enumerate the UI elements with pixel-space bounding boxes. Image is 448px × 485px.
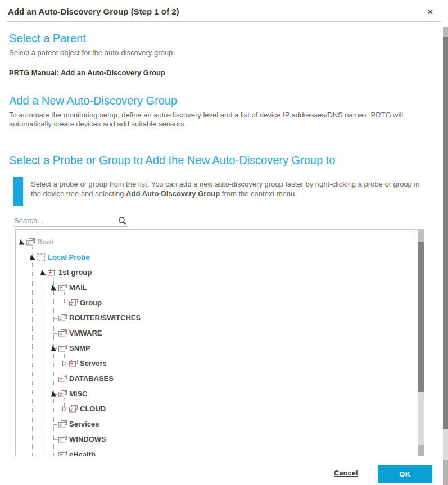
- tree-item-label[interactable]: Root: [37, 238, 54, 246]
- group-icon: [26, 238, 35, 246]
- tree-item-snmp[interactable]: SNMP: [51, 341, 90, 356]
- tree-item-1st-group[interactable]: 1st group: [40, 265, 92, 280]
- info-text-bold: Add Auto-Discovery Group: [126, 189, 220, 198]
- toggle-placeholder: [51, 451, 57, 456]
- dialog-scrollbar-track-bottom[interactable]: [443, 460, 448, 485]
- add-group-description: To automate the monitoring setup, define…: [9, 111, 428, 129]
- toggle-placeholder: [62, 300, 68, 306]
- tree-item-label[interactable]: 1st group: [58, 268, 92, 277]
- tree-item-windows[interactable]: WINDOWS: [51, 432, 106, 447]
- toggle-placeholder: [51, 421, 57, 427]
- tree-item-vmware[interactable]: VMWARE: [51, 325, 102, 341]
- toggle-placeholder: [51, 375, 57, 382]
- group-icon: [58, 390, 67, 398]
- info-accent-bar: [13, 177, 23, 206]
- group-icon: [58, 375, 67, 383]
- group-icon: [58, 329, 67, 337]
- toggle-placeholder: [51, 330, 57, 336]
- group-icon: [58, 345, 67, 352]
- info-text-suffix: from the context menu.: [220, 189, 297, 198]
- header-divider: [7, 21, 441, 22]
- cancel-button[interactable]: Cancel: [334, 469, 358, 477]
- tree-item-label[interactable]: WINDOWS: [69, 435, 106, 443]
- tree-item-label[interactable]: Services: [69, 420, 99, 428]
- close-icon[interactable]: ✕: [423, 5, 437, 19]
- dialog-scrollbar-track-top[interactable]: [443, 27, 448, 37]
- expand-toggle-icon[interactable]: [62, 360, 68, 366]
- tree-item-mail[interactable]: MAIL: [51, 280, 87, 295]
- search-icon[interactable]: [118, 216, 127, 228]
- tree-item-label[interactable]: SNMP: [69, 344, 90, 352]
- expand-toggle-icon[interactable]: [62, 406, 68, 412]
- collapse-toggle-icon[interactable]: [51, 345, 57, 351]
- group-icon: [48, 269, 57, 277]
- select-parent-heading: Select a Parent: [9, 32, 86, 45]
- collapse-toggle-icon[interactable]: [30, 254, 36, 260]
- search-input[interactable]: [14, 216, 110, 225]
- tree-item-cloud[interactable]: CLOUD: [62, 401, 106, 416]
- tree-item-label[interactable]: CLOUD: [80, 405, 106, 413]
- tree-connector-line: [32, 247, 33, 456]
- group-icon: [69, 360, 78, 368]
- tree-item-misc[interactable]: MISC: [51, 386, 88, 401]
- tree-item-local-probe[interactable]: Local Probe: [30, 250, 89, 265]
- tree-item-label[interactable]: Group: [80, 298, 102, 307]
- tree-scrollbar-track-bottom[interactable]: [418, 445, 424, 456]
- collapse-toggle-icon[interactable]: [40, 269, 47, 275]
- tree-item-services[interactable]: Services: [51, 416, 99, 432]
- toggle-placeholder: [51, 315, 57, 321]
- group-icon: [69, 299, 78, 307]
- tree-item-label[interactable]: MISC: [69, 389, 88, 398]
- select-probe-heading: Select a Probe or Group to Add the New A…: [9, 154, 335, 167]
- tree-item-label[interactable]: MAIL: [69, 283, 87, 292]
- collapse-toggle-icon[interactable]: [51, 284, 57, 291]
- group-icon: [58, 451, 67, 457]
- tree-item-label[interactable]: ROUTER/SWITCHES: [69, 314, 141, 322]
- tree-item-databases[interactable]: DATABASES: [51, 371, 114, 386]
- tree-scrollbar-track-top[interactable]: [418, 230, 424, 242]
- device-tree: RootLocal Probe1st groupMAILGroupROUTER/…: [15, 229, 424, 456]
- prtg-manual-link[interactable]: PRTG Manual: Add an Auto-Discovery Group: [9, 69, 165, 77]
- group-icon: [58, 284, 67, 292]
- tree-scrollbar-thumb[interactable]: [418, 242, 424, 392]
- tree-item-group[interactable]: Group: [62, 295, 102, 310]
- group-icon: [69, 405, 78, 413]
- dialog-title: Add an Auto-Discovery Group (Step 1 of 2…: [8, 7, 179, 16]
- collapse-toggle-icon[interactable]: [19, 239, 25, 245]
- dialog-scrollbar-thumb[interactable]: [443, 37, 448, 429]
- tree-item-label[interactable]: VMWARE: [69, 329, 102, 337]
- tree-item-ehealth[interactable]: eHealth: [51, 447, 96, 456]
- tree-item-label[interactable]: Local Probe: [48, 253, 89, 261]
- collapse-toggle-icon[interactable]: [51, 391, 57, 397]
- ok-button[interactable]: OK: [378, 465, 432, 483]
- tree-item-root[interactable]: Root: [19, 234, 54, 250]
- group-icon: [58, 314, 67, 322]
- info-text: Select a probe or group from the list. Y…: [31, 179, 424, 198]
- add-group-heading: Add a New Auto-Discovery Group: [9, 94, 177, 107]
- tree-item-label[interactable]: DATABASES: [69, 374, 114, 383]
- tree-item-router-switches[interactable]: ROUTER/SWITCHES: [51, 310, 141, 325]
- tree-item-label[interactable]: eHealth: [69, 450, 96, 456]
- probe-icon: [37, 253, 46, 261]
- group-icon: [58, 436, 67, 443]
- tree-connector-line: [43, 262, 43, 456]
- select-parent-description: Select a parent object for the auto-disc…: [9, 48, 175, 57]
- tree-item-label[interactable]: Servers: [80, 359, 107, 368]
- group-icon: [58, 420, 67, 428]
- search-field-wrap: [14, 215, 128, 227]
- tree-scrollbar-track[interactable]: [418, 392, 424, 445]
- dialog-scrollbar-track[interactable]: [443, 429, 448, 460]
- tree-item-servers[interactable]: Servers: [62, 356, 107, 371]
- toggle-placeholder: [51, 436, 57, 442]
